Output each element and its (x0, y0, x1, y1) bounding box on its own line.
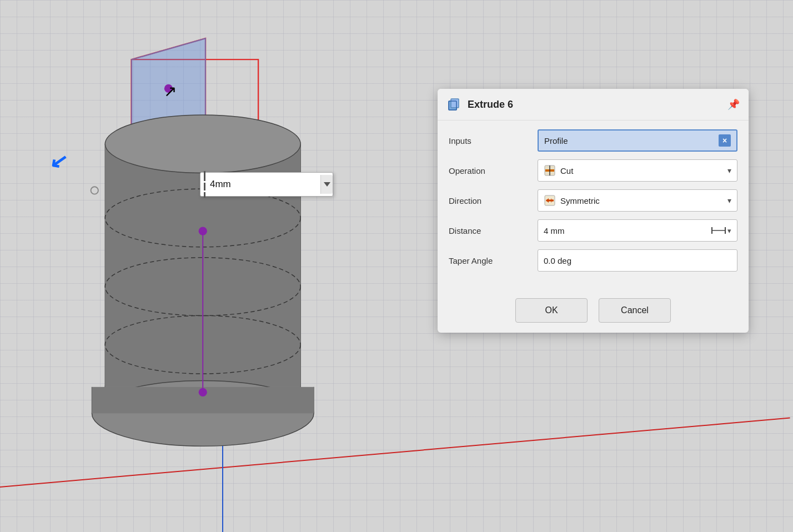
distance-row: Distance 4 mm ▾ (449, 219, 737, 242)
operation-text: Cut (560, 166, 727, 175)
operation-dropdown-arrow: ▾ (727, 166, 731, 175)
distance-value: 4 mm (544, 226, 711, 235)
taper-label: Taper Angle (449, 256, 538, 265)
operation-row: Operation Cut ▾ (449, 159, 737, 182)
direction-row: Direction Symmetric ▾ (449, 189, 737, 212)
cut-icon (544, 164, 556, 177)
direction-dropdown[interactable]: Symmetric ▾ (538, 189, 737, 212)
distance-measure-icon[interactable]: ▾ (711, 224, 731, 237)
inputs-row: Inputs Profile × (449, 129, 737, 152)
profile-control[interactable]: Profile × (538, 129, 737, 152)
taper-value: 0.0 deg (544, 256, 571, 265)
svg-point-12 (164, 84, 173, 93)
taper-angle-row: Taper Angle 0.0 deg (449, 249, 737, 272)
operation-label: Operation (449, 166, 538, 175)
dimension-value: 4mm (210, 179, 317, 190)
inputs-label: Inputs (449, 136, 538, 145)
cad-viewport: ↙ ↗ 4mm Extrude 6 📌 (0, 0, 793, 532)
operation-control[interactable]: Cut ▾ (538, 159, 737, 182)
distance-input[interactable]: 4 mm ▾ (538, 219, 737, 242)
extrude-dialog: Extrude 6 📌 Inputs Profile × Operation (438, 89, 749, 333)
svg-point-17 (91, 187, 98, 194)
dimension-lines-icon (204, 171, 205, 198)
dimension-dropdown[interactable] (320, 175, 333, 194)
dialog-title: Extrude 6 (468, 99, 727, 111)
taper-control[interactable]: 0.0 deg (538, 249, 737, 272)
ok-button[interactable]: OK (515, 298, 588, 323)
cylinder-3d (44, 28, 367, 461)
taper-input[interactable]: 0.0 deg (538, 249, 737, 272)
svg-rect-19 (451, 99, 459, 108)
profile-input[interactable]: Profile × (538, 129, 737, 152)
profile-text: Profile (544, 136, 719, 145)
direction-control[interactable]: Symmetric ▾ (538, 189, 737, 212)
direction-label: Direction (449, 196, 538, 205)
cancel-button[interactable]: Cancel (599, 298, 671, 323)
distance-label: Distance (449, 226, 538, 235)
dimension-input-box[interactable]: 4mm (200, 172, 333, 197)
svg-point-6 (105, 115, 300, 173)
extrude-icon (446, 97, 462, 112)
dialog-header: Extrude 6 📌 (438, 89, 749, 121)
dialog-footer: OK Cancel (438, 290, 749, 333)
symmetric-icon (544, 194, 556, 207)
operation-dropdown[interactable]: Cut ▾ (538, 159, 737, 182)
dialog-body: Inputs Profile × Operation (438, 121, 749, 290)
pin-icon[interactable]: 📌 (727, 98, 740, 111)
profile-clear-button[interactable]: × (719, 134, 731, 147)
direction-text: Symmetric (560, 196, 727, 205)
direction-dropdown-arrow: ▾ (727, 196, 731, 205)
distance-control[interactable]: 4 mm ▾ (538, 219, 737, 242)
